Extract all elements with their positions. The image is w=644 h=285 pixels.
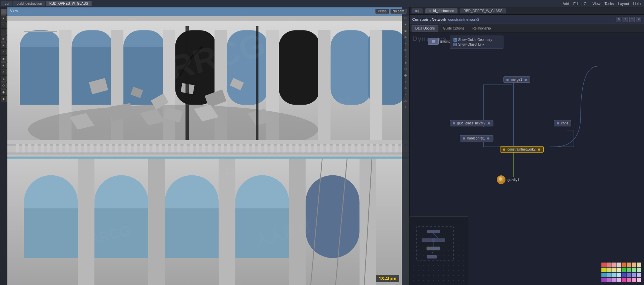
- color-swatch-31[interactable]: [637, 278, 641, 282]
- tab-relationship[interactable]: Relationship: [469, 25, 494, 32]
- gravity1-node[interactable]: gravity1: [497, 175, 519, 184]
- color-swatch-23[interactable]: [637, 273, 641, 277]
- tool-6[interactable]: ◉: [1, 56, 7, 62]
- color-swatch-27[interactable]: [616, 278, 621, 282]
- tool-11[interactable]: ⬢: [1, 89, 7, 95]
- tool-7[interactable]: ⊗: [1, 62, 7, 68]
- color-swatch-22[interactable]: [632, 273, 636, 277]
- svg-point-247: [458, 265, 459, 266]
- rt-btn-abc[interactable]: abc: [402, 98, 409, 104]
- tab-data-options[interactable]: Data Options: [412, 25, 438, 32]
- constraintnetwork2-node[interactable]: constraintnetwork2: [500, 146, 544, 153]
- tool-rotate[interactable]: ↻: [1, 22, 7, 28]
- color-swatch-16[interactable]: [601, 273, 606, 277]
- rt-btn-14[interactable]: ◦: [402, 92, 409, 98]
- viewport[interactable]: View Persp No cam: [7, 7, 409, 285]
- rt-btn-6[interactable]: ⌖: [402, 41, 409, 47]
- cn-maximize[interactable]: □: [629, 17, 635, 22]
- tab-guide-options[interactable]: Guide Options: [439, 25, 468, 32]
- cn-search[interactable]: ?: [623, 17, 628, 22]
- glue-glass-node[interactable]: glue_glass_never2: [450, 120, 493, 126]
- menu-go[interactable]: Go: [584, 2, 589, 6]
- rt-btn-11[interactable]: ⬣: [402, 72, 409, 78]
- svg-point-261: [418, 275, 419, 276]
- color-swatch-14[interactable]: [632, 268, 636, 272]
- show-guide-checkbox[interactable]: ✓: [453, 38, 457, 42]
- tool-12[interactable]: ⬣: [1, 96, 7, 102]
- cn-close[interactable]: ✕: [636, 17, 641, 22]
- rt-btn-4[interactable]: ◉: [402, 28, 409, 34]
- color-swatch-26[interactable]: [611, 278, 616, 282]
- tab-rbd[interactable]: RBD_OPRES_W_GLASS: [46, 1, 92, 6]
- tab-build[interactable]: build_destruction: [13, 1, 45, 6]
- color-swatch-4[interactable]: [622, 263, 626, 267]
- color-swatch-17[interactable]: [606, 273, 611, 277]
- rt-btn-i[interactable]: ℹ: [402, 104, 409, 110]
- rp-tab-build[interactable]: build_destruction: [425, 8, 458, 13]
- menu-view[interactable]: View: [593, 2, 601, 6]
- color-swatch-7[interactable]: [637, 263, 641, 267]
- rt-btn-10[interactable]: ⬡: [402, 66, 409, 72]
- cons-node[interactable]: cons: [554, 120, 571, 126]
- tool-3[interactable]: ⊞: [1, 36, 7, 42]
- rt-btn-8[interactable]: ≡: [402, 53, 409, 59]
- perspective-dropdown[interactable]: Persp: [375, 9, 389, 14]
- color-swatch-25[interactable]: [606, 278, 611, 282]
- menu-add[interactable]: Add: [562, 2, 569, 6]
- color-swatch-12[interactable]: [622, 268, 626, 272]
- color-swatch-9[interactable]: [606, 268, 611, 272]
- rp-tab-rbd[interactable]: RBD_OPRES_W_GLASS: [460, 8, 506, 13]
- node-network[interactable]: merge1 glue_glass_never2 cons h: [410, 50, 644, 285]
- color-swatch-19[interactable]: [616, 273, 621, 277]
- rt-btn-5[interactable]: ⊗: [402, 34, 409, 40]
- color-swatch-11[interactable]: [616, 268, 621, 272]
- color-swatch-1[interactable]: [606, 263, 611, 267]
- menu-tasks[interactable]: Tasks: [604, 2, 614, 6]
- color-swatch-24[interactable]: [601, 278, 606, 282]
- rt-btn-12[interactable]: ⌗: [402, 79, 409, 85]
- color-swatch-21[interactable]: [627, 273, 631, 277]
- menu-help[interactable]: Help: [633, 2, 641, 6]
- color-swatch-8[interactable]: [601, 268, 606, 272]
- color-swatch-15[interactable]: [637, 268, 641, 272]
- color-swatch-29[interactable]: [627, 278, 631, 282]
- color-swatch-13[interactable]: [627, 268, 631, 272]
- menu-edit[interactable]: Edit: [573, 2, 580, 6]
- tool-10[interactable]: ⬡: [1, 82, 7, 89]
- color-swatch-10[interactable]: [611, 268, 616, 272]
- color-swatch-28[interactable]: [622, 278, 626, 282]
- tool-select[interactable]: ↖: [1, 9, 7, 15]
- color-swatch-0[interactable]: [601, 263, 606, 267]
- color-swatch-2[interactable]: [611, 263, 616, 267]
- tool-move[interactable]: ✦: [1, 15, 7, 21]
- color-swatch-5[interactable]: [627, 263, 631, 267]
- tool-8[interactable]: ⊘: [1, 69, 7, 75]
- color-swatch-3[interactable]: [616, 263, 621, 267]
- hardconrel-node[interactable]: hardconrel1: [460, 135, 493, 141]
- show-object-checkbox[interactable]: ✓: [453, 43, 457, 46]
- rt-btn-13[interactable]: ⊘: [402, 85, 409, 91]
- tool-scale[interactable]: ⤡: [1, 29, 7, 35]
- tab-obj[interactable]: obj: [1, 1, 12, 6]
- mini-network[interactable]: [410, 216, 468, 285]
- color-swatch-20[interactable]: [622, 273, 626, 277]
- rt-btn-7[interactable]: ⊕: [402, 47, 409, 53]
- svg-point-232: [438, 260, 439, 261]
- svg-rect-60: [127, 144, 131, 153]
- merge1-node[interactable]: merge1: [503, 76, 530, 83]
- rt-btn-3[interactable]: ✦: [402, 21, 409, 27]
- svg-rect-103: [395, 144, 398, 153]
- rp-tab-obj[interactable]: obj: [412, 8, 423, 13]
- rt-btn-2[interactable]: ⊙: [402, 15, 409, 21]
- cn-settings[interactable]: ⚙: [616, 17, 621, 22]
- rt-btn-9[interactable]: ◈: [402, 60, 409, 66]
- color-swatch-18[interactable]: [611, 273, 616, 277]
- menu-layout[interactable]: Layout: [618, 2, 629, 6]
- tool-9[interactable]: ◈: [1, 76, 7, 82]
- color-swatch-6[interactable]: [632, 263, 636, 267]
- tool-4[interactable]: ⊕: [1, 42, 7, 48]
- svg-rect-68: [177, 144, 180, 153]
- tool-5[interactable]: ⊙: [1, 49, 7, 55]
- color-swatch-30[interactable]: [632, 278, 636, 282]
- camera-dropdown[interactable]: No cam: [390, 9, 407, 14]
